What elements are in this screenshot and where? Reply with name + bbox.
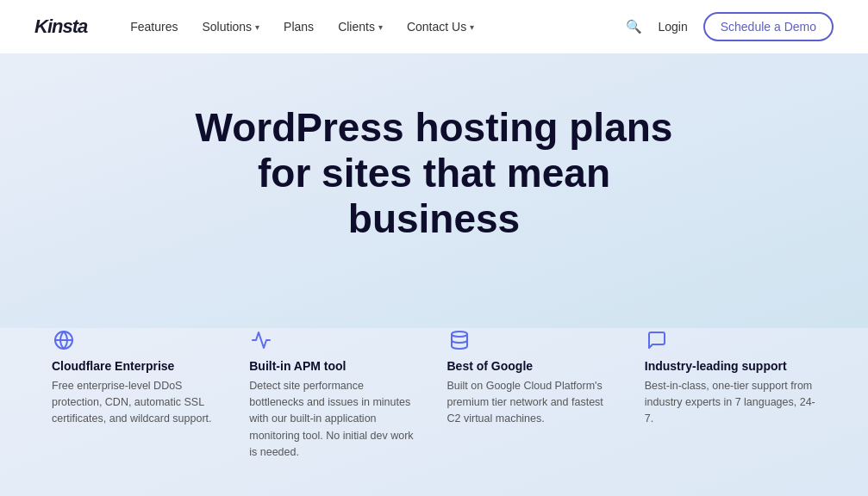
apm-desc: Detect site performance bottlenecks and … [249, 378, 421, 462]
features-section: Cloudflare Enterprise Free enterprise-le… [0, 328, 868, 496]
feature-cloudflare: Cloudflare Enterprise Free enterprise-le… [52, 328, 223, 462]
features-grid: Cloudflare Enterprise Free enterprise-le… [52, 328, 816, 462]
nav-plans[interactable]: Plans [284, 20, 314, 34]
cloudflare-title: Cloudflare Enterprise [52, 359, 223, 373]
hero-section: WordPress hosting plans for sites that m… [0, 53, 868, 328]
server-icon [447, 328, 471, 352]
apm-title: Built-in APM tool [249, 359, 421, 373]
google-title: Best of Google [447, 359, 619, 373]
navbar: Kinsta Features Solutions ▾ Plans Client… [0, 0, 868, 53]
cloudflare-desc: Free enterprise-level DDoS protection, C… [52, 378, 223, 428]
chevron-down-icon: ▾ [378, 22, 383, 32]
login-button[interactable]: Login [658, 20, 687, 34]
nav-right: 🔍 Login Schedule a Demo [626, 12, 834, 41]
nav-links: Features Solutions ▾ Plans Clients ▾ Con… [130, 20, 626, 34]
hero-title: WordPress hosting plans for sites that m… [167, 105, 702, 242]
support-title: Industry-leading support [645, 359, 816, 373]
google-desc: Built on Google Cloud Platform's premium… [447, 378, 619, 428]
site-logo[interactable]: Kinsta [34, 16, 87, 38]
chevron-down-icon: ▾ [255, 22, 259, 32]
feature-apm: Built-in APM tool Detect site performanc… [249, 328, 421, 462]
globe-icon [52, 328, 76, 352]
nav-features[interactable]: Features [130, 20, 178, 34]
chevron-down-icon: ▾ [470, 22, 474, 32]
search-icon[interactable]: 🔍 [626, 19, 642, 34]
feature-support: Industry-leading support Best-in-class, … [645, 328, 816, 462]
svg-point-2 [452, 332, 467, 337]
support-desc: Best-in-class, one-tier support from ind… [645, 378, 816, 428]
nav-clients[interactable]: Clients ▾ [338, 20, 383, 34]
nav-solutions[interactable]: Solutions ▾ [203, 20, 260, 34]
nav-contact[interactable]: Contact Us ▾ [407, 20, 474, 34]
chart-icon [249, 328, 273, 352]
chat-icon [645, 328, 669, 352]
schedule-demo-button[interactable]: Schedule a Demo [703, 12, 834, 41]
feature-google: Best of Google Built on Google Cloud Pla… [447, 328, 619, 462]
